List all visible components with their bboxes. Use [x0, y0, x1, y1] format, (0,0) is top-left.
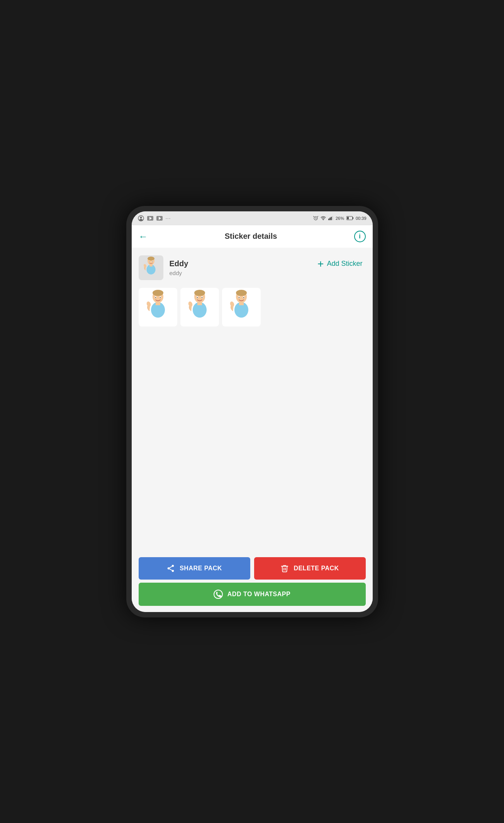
svg-point-7: [323, 219, 324, 220]
delete-pack-label: DELETE PACK: [294, 565, 339, 572]
battery-percent: 26%: [336, 216, 344, 221]
pack-info-row: Eddy eddy + Add Sticker: [139, 255, 366, 280]
trash-icon: [280, 564, 289, 573]
svg-rect-8: [328, 219, 329, 220]
phone-frame: ···: [126, 206, 378, 617]
page-title: Sticker details: [154, 232, 348, 241]
svg-point-53: [172, 570, 174, 572]
status-bar-right: 26% 00:39: [313, 216, 367, 221]
svg-point-31: [160, 297, 160, 298]
pack-text: Eddy eddy: [170, 259, 188, 276]
svg-rect-36: [197, 301, 202, 305]
back-button[interactable]: ←: [139, 232, 148, 241]
pack-name: Eddy: [170, 259, 188, 268]
app-header: ← Sticker details i: [132, 225, 373, 248]
svg-point-32: [146, 301, 151, 307]
sticker-figure-3: [224, 290, 259, 325]
svg-point-25: [153, 290, 163, 296]
sticker-figure-2: [182, 290, 217, 325]
delete-pack-button[interactable]: DELETE PACK: [254, 557, 366, 580]
svg-point-41: [187, 301, 193, 307]
add-sticker-button[interactable]: + Add Sticker: [314, 255, 365, 272]
youtube-icon-2: [156, 216, 163, 221]
sticker-figure-1: [141, 290, 175, 325]
pack-thumbnail: [139, 255, 163, 280]
svg-point-16: [147, 257, 154, 260]
svg-point-30: [155, 297, 156, 298]
svg-point-48: [238, 297, 239, 298]
signal-icon: [328, 216, 333, 221]
svg-point-56: [214, 590, 222, 599]
svg-rect-14: [347, 217, 349, 219]
svg-rect-10: [331, 217, 332, 220]
share-pack-label: SHARE PACK: [180, 565, 222, 572]
svg-rect-45: [239, 301, 244, 305]
bottom-buttons: SHARE PACK DELETE PACK: [132, 553, 373, 612]
youtube-icon-1: [147, 216, 153, 221]
add-sticker-label: Add Sticker: [327, 260, 362, 268]
svg-point-21: [149, 261, 150, 262]
svg-rect-18: [149, 264, 153, 266]
sticker-item[interactable]: [222, 288, 261, 326]
whatsapp-label: ADD TO WHATSAPP: [227, 591, 290, 598]
main-content: Eddy eddy + Add Sticker: [132, 248, 373, 553]
add-sticker-plus-icon: +: [317, 258, 324, 269]
sticker-grid: [139, 288, 366, 326]
more-dots-icon: ···: [166, 215, 171, 221]
info-button[interactable]: i: [354, 231, 366, 242]
status-bar-left: ···: [138, 215, 171, 221]
pack-info-left: Eddy eddy: [139, 255, 188, 280]
svg-line-55: [170, 566, 172, 568]
share-pack-button[interactable]: SHARE PACK: [139, 557, 250, 580]
svg-rect-27: [156, 301, 160, 305]
status-time: 00:39: [356, 216, 367, 221]
battery-icon: [346, 216, 353, 220]
svg-point-39: [197, 297, 197, 298]
content-spacer: [139, 334, 366, 545]
svg-rect-9: [329, 218, 331, 220]
share-icon: [166, 564, 175, 573]
profile-icon: [138, 215, 144, 221]
wifi-icon: [321, 216, 326, 220]
svg-rect-13: [353, 217, 353, 219]
status-bar: ···: [132, 211, 373, 225]
bottom-row-1: SHARE PACK DELETE PACK: [139, 557, 366, 580]
thumbnail-sticker: [140, 257, 162, 279]
svg-point-23: [143, 264, 146, 268]
svg-point-50: [229, 301, 234, 307]
svg-point-40: [201, 297, 202, 298]
svg-point-34: [194, 290, 205, 296]
svg-point-49: [243, 297, 244, 298]
pack-identifier: eddy: [170, 270, 188, 276]
alarm-icon: [313, 216, 318, 221]
sticker-item[interactable]: [139, 288, 177, 326]
svg-rect-11: [332, 216, 333, 220]
svg-line-54: [170, 569, 172, 570]
sticker-item[interactable]: [180, 288, 219, 326]
svg-point-52: [168, 567, 170, 570]
svg-point-22: [152, 261, 153, 262]
svg-point-1: [140, 216, 142, 218]
add-to-whatsapp-button[interactable]: ADD TO WHATSAPP: [139, 583, 366, 606]
svg-point-43: [236, 290, 247, 296]
phone-screen: ···: [132, 211, 373, 612]
svg-point-51: [172, 565, 174, 567]
whatsapp-icon: [214, 590, 223, 599]
